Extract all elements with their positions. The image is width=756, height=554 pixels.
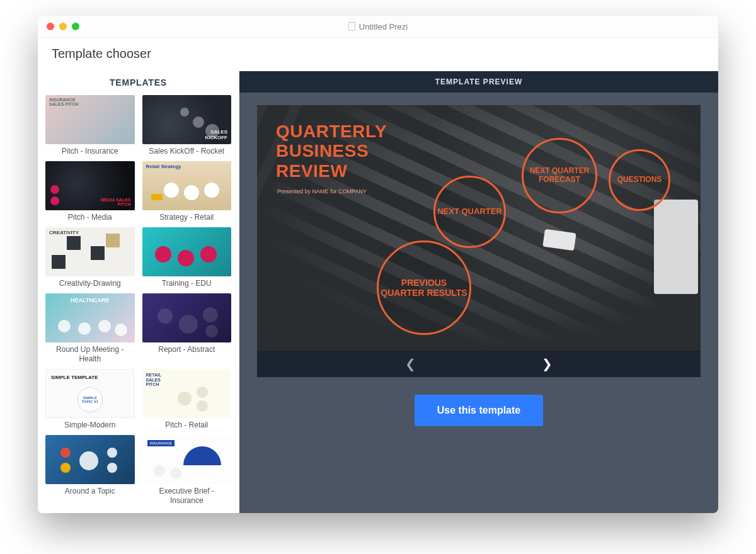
template-label: Training - EDU [161,276,213,288]
template-strategy-retail[interactable]: Strategy - Retail [142,161,232,222]
template-label: Report - Abstract [157,342,216,354]
slide-nav: ❮ ❯ [257,351,701,377]
window-title: Untitled Prezi [38,22,718,31]
template-sales-kickoff-rocket[interactable]: Sales KickOff - Rocket [142,95,232,156]
template-label: Around a Topic [64,484,117,496]
template-simple-modern[interactable]: SIMPLE TOPIC 01 Simple-Modern [45,369,135,430]
next-slide-button[interactable]: ❯ [542,356,553,371]
thumb-topic-circle: SIMPLE TOPIC 01 [77,387,103,412]
umbrella-icon [183,446,221,465]
template-label: Simple-Modern [63,418,117,430]
template-round-up-meeting-health[interactable]: Round Up Meeting - Health [45,293,135,364]
slide-title-line2: BUSINESS [276,141,369,161]
preview-header: TEMPLATE PREVIEW [239,71,718,93]
template-label: Strategy - Retail [158,210,215,222]
preview-slide-container: QUARTERLY BUSINESS REVIEW Presented by N… [257,105,701,377]
bubble-next-quarter: NEXT QUARTER [433,176,506,248]
slide-title-line3: REVIEW [276,161,347,181]
preview-body: QUARTERLY BUSINESS REVIEW Presented by N… [239,93,718,513]
slide-subtitle: Presented by NAME for COMPANY [277,188,367,195]
titlebar: Untitled Prezi [38,16,718,38]
page-title: Template chooser [38,38,718,71]
truck-decor [654,200,698,294]
template-executive-brief-insurance[interactable]: Executive Brief - Insurance [142,435,232,506]
template-pitch-insurance[interactable]: Pitch - Insurance [45,95,135,156]
prev-slide-button[interactable]: ❮ [405,356,416,371]
template-training-edu[interactable]: Training - EDU [142,227,232,288]
bubble-next-quarter-forecast: NEXT QUARTER FORECAST [522,138,597,213]
template-label: Creativity-Drawing [58,276,122,288]
document-icon [348,22,355,31]
window-title-text: Untitled Prezi [359,22,408,31]
template-label: Round Up Meeting - Health [45,342,135,364]
minimize-window-button[interactable] [59,23,67,30]
templates-grid[interactable]: Pitch - Insurance Sales KickOff - Rocket [38,95,239,513]
template-thumbnail [45,161,135,210]
main-split: TEMPLATES Pitch - Insurance Sales KickOf… [38,71,718,513]
template-thumbnail: SIMPLE TOPIC 01 [45,369,135,418]
template-thumbnail [142,227,232,276]
template-report-abstract[interactable]: Report - Abstract [142,293,232,364]
template-thumbnail [45,227,135,276]
template-thumbnail [142,435,232,484]
template-thumbnail [142,369,232,418]
use-this-template-button[interactable]: Use this template [415,395,543,426]
template-pitch-media[interactable]: Pitch - Media [45,161,135,222]
bubble-questions: QUESTIONS [609,149,670,211]
templates-sidebar: TEMPLATES Pitch - Insurance Sales KickOf… [38,71,239,513]
template-thumbnail [45,293,135,342]
close-window-button[interactable] [47,23,54,30]
template-label: Pitch - Insurance [60,144,120,156]
template-label: Pitch - Retail [164,418,209,430]
template-thumbnail [45,95,135,144]
template-label: Pitch - Media [67,210,113,222]
templates-header: TEMPLATES [38,71,239,95]
preview-slide: QUARTERLY BUSINESS REVIEW Presented by N… [257,105,701,351]
template-thumbnail [45,435,135,484]
slide-title: QUARTERLY BUSINESS REVIEW [276,122,387,181]
bubble-previous-quarter-results: PREVIOUS QUARTER RESULTS [377,240,471,335]
template-preview-panel: TEMPLATE PREVIEW QUARTERLY BUSINESS REVI… [239,71,718,513]
template-thumbnail [142,161,232,210]
template-around-a-topic[interactable]: Around a Topic [45,435,135,506]
slide-title-line1: QUARTERLY [276,122,387,141]
template-pitch-retail[interactable]: Pitch - Retail [142,369,232,430]
template-thumbnail [142,293,232,342]
window-controls [38,23,79,30]
app-window: Untitled Prezi Template chooser TEMPLATE… [38,16,718,513]
zoom-window-button[interactable] [72,23,79,30]
template-label: Sales KickOff - Rocket [147,144,226,156]
template-thumbnail [142,95,232,144]
template-label: Executive Brief - Insurance [142,484,232,506]
template-creativity-drawing[interactable]: Creativity-Drawing [45,227,135,288]
